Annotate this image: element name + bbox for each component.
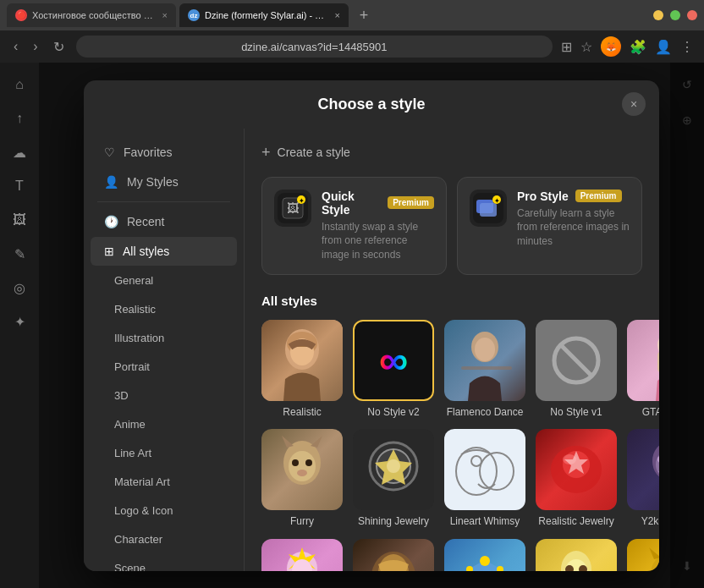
svg-text:🖼: 🖼 (287, 201, 299, 215)
modal-title: Choose a style (317, 96, 425, 113)
tab-1[interactable]: 🔴 Хостинговое сообщество «Tim × (7, 3, 176, 27)
extensions-icon[interactable]: 🧩 (630, 39, 646, 55)
modal-close-button[interactable]: × (622, 92, 646, 116)
style-thumb-no-style-v2: ∞ (353, 320, 434, 401)
style-item-gold[interactable]: Gold (353, 539, 434, 570)
quick-style-card[interactable]: 🖼 ✦ Quick Style Premium (261, 177, 447, 275)
svg-point-56 (480, 556, 490, 566)
modal-content: + Create a style 🖼 (245, 129, 659, 571)
browser-chrome: 🔴 Хостинговое сообщество «Tim × dz Dzine… (0, 0, 704, 63)
styles-grid: Realistic ∞ No Style v2 (261, 320, 642, 571)
minimize-button[interactable] (653, 10, 663, 20)
translate-icon[interactable]: ⊞ (561, 39, 572, 55)
image-icon[interactable]: 🖼 (4, 205, 35, 235)
bookmark-icon[interactable]: ☆ (580, 39, 592, 55)
edit-icon[interactable]: ✎ (4, 239, 35, 269)
close-button[interactable] (687, 10, 697, 20)
maximize-button[interactable] (670, 10, 680, 20)
style-thumb-lineart (444, 429, 525, 510)
my-styles-icon: 👤 (104, 175, 118, 189)
quick-style-info: Quick Style Premium Instantly swap a sty… (322, 190, 434, 262)
sidebar-item-illustration[interactable]: Illustration (91, 324, 237, 352)
svg-point-26 (292, 459, 299, 466)
style-thumb-furry (261, 429, 343, 510)
sidebar-item-logo-icon[interactable]: Logo & Icon (91, 497, 237, 525)
plus-icon: + (261, 144, 271, 162)
sidebar-item-character[interactable]: Character (91, 525, 237, 553)
tab-2-close[interactable]: × (335, 10, 340, 20)
style-item-flamenco-dance[interactable]: Flamenco Dance (444, 320, 525, 420)
style-item-no-style-v1[interactable]: No Style v1 (536, 320, 617, 420)
sidebar-item-realistic[interactable]: Realistic (91, 295, 237, 323)
style-thumb-gta (627, 320, 659, 401)
back-button[interactable]: ‹ (10, 37, 21, 56)
sidebar-divider (97, 201, 230, 202)
style-item-gta-comic[interactable]: GTA Comic (627, 320, 659, 420)
recent-icon: 🕐 (104, 215, 118, 228)
style-item-wolf[interactable]: Wolf (627, 539, 659, 570)
style-thumb-flamenco (444, 320, 525, 401)
forward-button[interactable]: › (30, 37, 41, 56)
style-item-no-style-v2[interactable]: ∞ No Style v2 (353, 320, 434, 420)
main-area: Choose a style × ♡ Favorites 👤 My Styles (39, 63, 704, 588)
sidebar-item-3d[interactable]: 3D (91, 382, 237, 409)
sidebar-item-favorites[interactable]: ♡ Favorites (91, 138, 237, 167)
account-icon[interactable]: 👤 (655, 39, 672, 55)
title-bar: 🔴 Хостинговое сообщество «Tim × dz Dzine… (0, 0, 704, 30)
sidebar-item-general[interactable]: General (91, 267, 237, 294)
pro-style-info: Pro Style Premium Carefully learn a styl… (517, 190, 630, 249)
menu-icon[interactable]: ⋮ (680, 39, 694, 55)
pro-style-icon: ✦ (470, 190, 507, 227)
style-thumb-jewelry (353, 429, 434, 510)
home-icon[interactable]: ⌂ (4, 69, 35, 100)
refresh-button[interactable]: ↻ (50, 37, 68, 57)
style-thumb-wolf (627, 539, 659, 570)
create-style-button[interactable]: + Create a style (261, 144, 642, 162)
style-item-lineart-whimsy[interactable]: Lineart Whimsy (444, 429, 525, 529)
style-item-tiara[interactable]: Tiara (444, 539, 525, 570)
cloud-icon[interactable]: ☁ (4, 137, 35, 168)
style-thumb-no-style-v1 (536, 320, 617, 401)
all-styles-heading: All styles (261, 294, 642, 308)
pro-style-header: Pro Style Premium (517, 190, 630, 203)
pro-style-card[interactable]: ✦ Pro Style Premium Carefully learn a st… (457, 177, 642, 275)
sidebar-item-scene[interactable]: Scene (91, 554, 237, 571)
style-item-princess[interactable]: Princess (261, 539, 343, 570)
style-options: 🖼 ✦ Quick Style Premium (261, 177, 642, 275)
infinity-icon: ∞ (379, 340, 408, 381)
style-item-y2k-games[interactable]: Y2k Games (627, 429, 659, 529)
style-item-realistic[interactable]: Realistic (261, 320, 343, 420)
text-icon[interactable]: T (4, 171, 35, 201)
modal-body: ♡ Favorites 👤 My Styles 🕐 Recent (84, 129, 659, 571)
svg-point-16 (475, 338, 495, 361)
enhance-icon[interactable]: ✦ (4, 306, 35, 337)
svg-rect-7 (480, 203, 497, 217)
tab-1-close[interactable]: × (162, 10, 168, 20)
style-item-furry[interactable]: Furry (261, 429, 343, 529)
address-input[interactable] (76, 36, 553, 58)
sidebar-item-anime[interactable]: Anime (91, 410, 237, 438)
svg-line-19 (561, 345, 591, 376)
sidebar-item-all-styles[interactable]: ⊞ All styles (91, 237, 237, 266)
sidebar-item-portrait[interactable]: Portrait (91, 353, 237, 381)
svg-rect-22 (657, 352, 659, 372)
upload-icon[interactable]: ↑ (4, 103, 35, 134)
face-icon[interactable]: ◎ (4, 272, 35, 303)
new-tab-button[interactable]: + (352, 3, 376, 27)
toolbar-icons: ⊞ ☆ 🦊 🧩 👤 ⋮ (561, 36, 694, 57)
profile-avatar[interactable]: 🦊 (601, 36, 621, 57)
modal-sidebar: ♡ Favorites 👤 My Styles 🕐 Recent (84, 129, 245, 571)
style-item-realistic-jewelry[interactable]: Realistic Jewelry (536, 429, 617, 529)
style-thumb-y2k (627, 429, 659, 510)
tab-2[interactable]: dz Dzine (formerly Stylar.ai) - The × (179, 3, 349, 27)
svg-text:✦: ✦ (494, 197, 500, 205)
sidebar-item-material-art[interactable]: Material Art (91, 468, 237, 496)
svg-rect-20 (627, 320, 659, 401)
style-item-anime2[interactable]: Anime2 (536, 539, 617, 570)
sidebar-item-recent[interactable]: 🕐 Recent (91, 207, 237, 236)
sidebar-item-line-art[interactable]: Line Art (91, 439, 237, 467)
sidebar-item-my-styles[interactable]: 👤 My Styles (91, 168, 237, 196)
style-thumb-gold (353, 539, 434, 570)
favorites-icon: ♡ (104, 146, 115, 159)
style-item-shining-jewelry[interactable]: Shining Jewelry (353, 429, 434, 529)
